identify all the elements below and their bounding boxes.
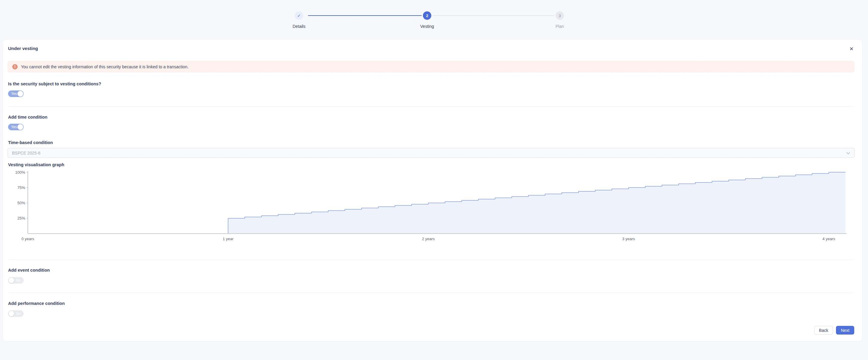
vesting-chart-container: 100%75%50%25%0 years1 year2 years3 years… bbox=[3, 169, 862, 243]
time-condition-toggle[interactable]: Yes bbox=[8, 124, 24, 130]
chevron-down-icon bbox=[846, 151, 850, 154]
warning-text: You cannot edit the vesting information … bbox=[21, 64, 189, 69]
svg-text:3 years: 3 years bbox=[622, 237, 635, 241]
svg-text:100%: 100% bbox=[15, 170, 26, 175]
section-divider bbox=[8, 106, 855, 107]
event-condition-label: Add event condition bbox=[8, 268, 50, 273]
back-button[interactable]: Back bbox=[814, 326, 833, 334]
wizard-stepper: ✓ 2 3 Details Vesting Plan bbox=[295, 11, 568, 30]
svg-text:2 years: 2 years bbox=[422, 237, 435, 241]
footer-actions: Back Next bbox=[814, 326, 854, 334]
section-divider bbox=[8, 259, 855, 260]
time-based-condition-select[interactable]: BSPCE 2025-6 bbox=[7, 148, 855, 158]
section-divider bbox=[8, 293, 855, 293]
toggle-state-label: Yes bbox=[11, 124, 17, 130]
time-based-condition-label: Time-based condition bbox=[8, 140, 53, 145]
check-icon: ✓ bbox=[297, 13, 301, 18]
step-plan-indicator[interactable]: 3 bbox=[556, 11, 564, 20]
step-label-details[interactable]: Details bbox=[293, 24, 306, 29]
toggle-knob bbox=[18, 91, 23, 97]
step-label-plan[interactable]: Plan bbox=[556, 24, 564, 29]
vesting-graph-label: Vesting visualisation graph bbox=[8, 162, 64, 167]
step-label-vesting[interactable]: Vesting bbox=[420, 24, 434, 29]
svg-text:1 year: 1 year bbox=[223, 237, 234, 241]
stepper-connector-completed bbox=[308, 15, 422, 16]
vesting-question-label: Is the security subject to vesting condi… bbox=[8, 82, 101, 86]
toggle-knob bbox=[8, 277, 14, 283]
time-condition-label: Add time condition bbox=[8, 115, 47, 120]
step-details-indicator[interactable]: ✓ bbox=[295, 11, 303, 20]
event-condition-toggle[interactable]: No bbox=[8, 277, 24, 283]
svg-text:25%: 25% bbox=[18, 216, 25, 220]
svg-text:75%: 75% bbox=[18, 185, 25, 190]
svg-text:0 years: 0 years bbox=[22, 237, 34, 241]
toggle-knob bbox=[8, 310, 14, 317]
close-icon[interactable]: ✕ bbox=[849, 46, 854, 52]
warning-exclamation-icon: ! bbox=[12, 64, 18, 69]
next-button[interactable]: Next bbox=[836, 326, 854, 334]
toggle-knob bbox=[18, 124, 23, 130]
performance-condition-label: Add performance condition bbox=[8, 301, 65, 306]
step-number: 2 bbox=[426, 13, 428, 18]
toggle-state-label: No bbox=[16, 277, 21, 283]
performance-condition-toggle[interactable]: No bbox=[8, 310, 24, 317]
vesting-chart: 100%75%50%25%0 years1 year2 years3 years… bbox=[3, 169, 862, 243]
under-vesting-panel: Under vesting ✕ ! You cannot edit the ve… bbox=[3, 40, 862, 341]
step-number: 3 bbox=[559, 13, 561, 18]
toggle-state-label: Yes bbox=[11, 90, 17, 97]
stepper-connector-upcoming bbox=[433, 15, 554, 16]
panel-title: Under vesting bbox=[8, 46, 38, 51]
step-vesting-indicator[interactable]: 2 bbox=[423, 11, 431, 20]
toggle-state-label: No bbox=[16, 310, 21, 317]
vesting-question-toggle[interactable]: Yes bbox=[8, 90, 24, 97]
selected-option: BSPCE 2025-6 bbox=[12, 151, 40, 155]
svg-text:50%: 50% bbox=[18, 201, 25, 205]
warning-banner: ! You cannot edit the vesting informatio… bbox=[7, 61, 855, 72]
svg-text:4 years: 4 years bbox=[823, 237, 835, 241]
